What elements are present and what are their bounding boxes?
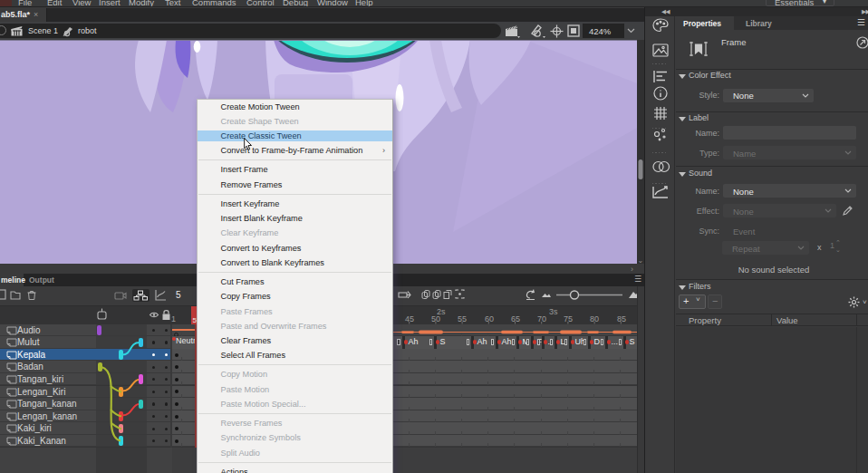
svg-text:⌄: ⌄	[638, 256, 644, 265]
svg-text:›: ›	[631, 265, 633, 274]
